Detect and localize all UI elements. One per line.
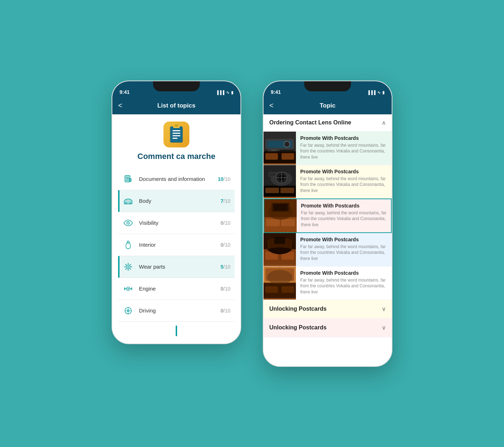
- left-time: 9:41: [120, 89, 130, 95]
- wear-parts-icon: [122, 261, 134, 273]
- right-status-icons: ▐▐▐ ∿ ▮: [367, 90, 384, 95]
- svg-point-23: [127, 266, 129, 268]
- left-nav-title: List of topics: [157, 102, 195, 109]
- chevron-down-icon-2: ∨: [382, 324, 386, 331]
- interior-icon: [122, 239, 134, 251]
- topic-name-wear: Wear parts: [139, 264, 221, 270]
- signal-icon-right: ▐▐▐: [367, 90, 375, 95]
- left-phone-content: Comment ca marche: [112, 114, 240, 343]
- car-interior-svg-5: [264, 266, 296, 298]
- svg-point-18: [129, 202, 131, 204]
- svg-point-17: [125, 202, 127, 204]
- topic-item-engine[interactable]: Engine 0/10: [118, 278, 235, 300]
- svg-rect-3: [172, 130, 180, 131]
- topic-item-interior[interactable]: Interior 0/10: [118, 234, 235, 256]
- battery-icon-right: ▮: [382, 90, 384, 95]
- driving-icon: [122, 305, 134, 316]
- sub-item-desc-4: Far far away, behind the word mountains,…: [300, 244, 387, 262]
- visibility-icon: [122, 217, 134, 229]
- car-interior-svg-1: [264, 132, 296, 163]
- svg-rect-69: [282, 286, 294, 293]
- sub-item-4[interactable]: Promote With Postcards Far far away, beh…: [264, 233, 392, 266]
- svg-rect-39: [282, 153, 294, 160]
- documents-icon: [122, 173, 134, 185]
- sub-item-desc-3: Far far away, behind the word mountains,…: [301, 210, 387, 228]
- battery-icon: ▮: [231, 90, 233, 95]
- collapsed-section-1[interactable]: Unlocking Postcards ∨: [264, 300, 392, 319]
- svg-point-25: [127, 288, 129, 289]
- right-nav-title: Topic: [320, 102, 336, 109]
- svg-rect-8: [175, 125, 178, 127]
- svg-rect-45: [269, 172, 276, 177]
- svg-rect-1: [170, 127, 183, 142]
- sub-item-content-1: Promote With Postcards Far far away, beh…: [296, 132, 392, 165]
- topic-item-wear[interactable]: Wear parts 5/10: [118, 256, 235, 278]
- topic-name-driving: Driving: [139, 307, 221, 314]
- sub-item-img-5: [264, 266, 296, 300]
- car-interior-svg-4: [264, 233, 296, 265]
- sub-item-title-3: Promote With Postcards: [301, 203, 387, 209]
- svg-rect-52: [266, 219, 280, 226]
- sub-item-5[interactable]: Promote With Postcards Far far away, beh…: [264, 266, 392, 300]
- wifi-icon: ∿: [226, 90, 229, 95]
- sub-item-3[interactable]: Promote With Postcards Far far away, beh…: [264, 199, 392, 233]
- topic-score-body: 7/10: [221, 198, 230, 204]
- sub-item-img-1: [264, 132, 296, 165]
- left-status-icons: ▐▐▐ ∿ ▮: [216, 90, 233, 95]
- svg-rect-48: [280, 188, 294, 193]
- right-time: 9:41: [271, 89, 281, 95]
- topic-item-visibility[interactable]: Visibility 0/10: [118, 212, 235, 234]
- svg-rect-5: [172, 135, 180, 136]
- svg-rect-53: [281, 219, 295, 226]
- sub-item-title-1: Promote With Postcards: [300, 135, 387, 141]
- engine-icon: [122, 283, 134, 295]
- svg-rect-47: [265, 188, 279, 193]
- collapsed-section-2[interactable]: Unlocking Postcards ∨: [264, 319, 392, 337]
- topic-score-interior: 0/10: [221, 242, 230, 248]
- right-back-button[interactable]: <: [269, 101, 274, 110]
- app-title: Comment ca marche: [118, 152, 235, 161]
- topic-name-visibility: Visibility: [139, 220, 221, 226]
- sub-item-2[interactable]: Promote With Postcards Far far away, beh…: [264, 165, 392, 199]
- sub-item-img-2: [264, 165, 296, 198]
- left-nav-bar: < List of topics: [112, 97, 240, 114]
- topic-score-wear: 5/10: [221, 264, 230, 270]
- car-interior-svg-3: [264, 199, 297, 231]
- sub-item-title-4: Promote With Postcards: [300, 237, 387, 242]
- sub-item-img-4: [264, 233, 296, 266]
- right-nav-bar: < Topic: [264, 97, 392, 114]
- topic-item-driving[interactable]: Driving 0/10: [118, 300, 235, 322]
- expanded-section-title: Ordering Contact Lens Online: [269, 119, 351, 126]
- left-back-button[interactable]: <: [118, 101, 122, 110]
- topic-item-documents[interactable]: Documents and information 10/10: [118, 168, 235, 190]
- svg-point-28: [128, 310, 129, 311]
- sub-item-desc-1: Far far away, behind the word mountains,…: [300, 142, 387, 160]
- sub-item-desc-2: Far far away, behind the word mountains,…: [300, 176, 387, 194]
- topic-name-body: Body: [139, 198, 221, 204]
- collapsed-section-1-title: Unlocking Postcards: [269, 306, 327, 312]
- clipboard-icon: [167, 124, 185, 145]
- svg-rect-4: [172, 133, 180, 134]
- right-phone-notch: [304, 81, 351, 91]
- expanded-section-header[interactable]: Ordering Contact Lens Online ∧: [264, 114, 392, 132]
- wifi-icon-right: ∿: [377, 90, 381, 95]
- right-phone-body: Ordering Contact Lens Online ∧: [264, 114, 392, 366]
- svg-rect-68: [265, 286, 278, 293]
- topic-item-body[interactable]: Body 7/10: [118, 190, 235, 212]
- sub-item-1[interactable]: Promote With Postcards Far far away, beh…: [264, 132, 392, 165]
- body-icon: [122, 195, 134, 207]
- svg-point-20: [128, 222, 129, 223]
- left-phone-notch: [153, 81, 200, 91]
- svg-rect-14: [129, 178, 131, 182]
- sub-item-content-5: Promote With Postcards Far far away, beh…: [296, 266, 392, 300]
- chevron-up-icon: ∧: [382, 119, 386, 126]
- topic-score-engine: 0/10: [221, 286, 230, 292]
- car-interior-svg-2: [264, 165, 296, 197]
- svg-point-36: [284, 141, 290, 147]
- sub-item-desc-5: Far far away, behind the word mountains,…: [300, 277, 387, 295]
- svg-rect-56: [273, 204, 288, 211]
- sub-item-title-5: Promote With Postcards: [300, 270, 387, 276]
- left-phone: 9:41 ▐▐▐ ∿ ▮ < List of topics: [112, 81, 241, 344]
- sub-item-content-4: Promote With Postcards Far far away, beh…: [296, 233, 392, 266]
- right-phone: 9:41 ▐▐▐ ∿ ▮ < Topic Ordering Contact Le…: [263, 81, 392, 367]
